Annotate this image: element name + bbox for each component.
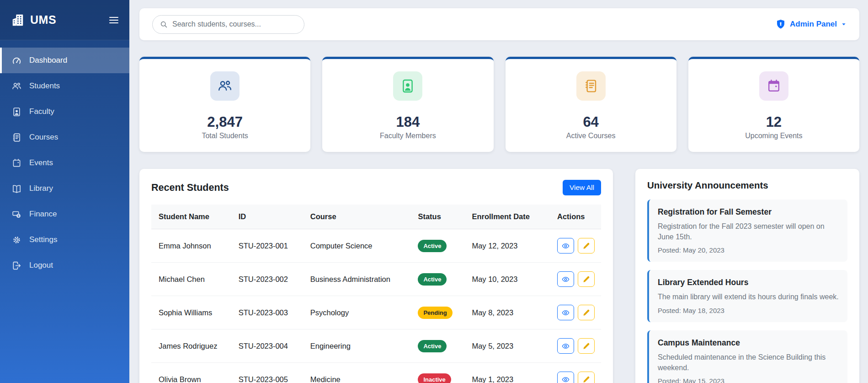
sidebar-item-events[interactable]: Events: [0, 150, 129, 176]
sidebar-item-label: Dashboard: [29, 56, 67, 65]
announcement-body: Scheduled maintenance in the Science Bui…: [658, 352, 839, 373]
announcement-posted: Posted: May 15, 2023: [658, 377, 839, 383]
stat-card-upcoming-events: 12 Upcoming Events: [688, 57, 859, 152]
admin-panel-dropdown[interactable]: Admin Panel: [776, 19, 847, 29]
column-header-actions: Actions: [551, 205, 601, 229]
people-icon: [12, 81, 21, 91]
sidebar-item-label: Students: [29, 81, 60, 91]
view-button[interactable]: [557, 271, 574, 287]
main-content: Admin Panel 2,847 Total Students: [129, 0, 868, 383]
sidebar: UMS Dashboard: [0, 0, 129, 383]
announcements-title: University Announcements: [647, 180, 847, 191]
person-badge-icon: [12, 107, 21, 117]
edit-button[interactable]: [578, 338, 595, 354]
sidebar-nav: Dashboard Students Faculty: [0, 40, 129, 278]
sidebar-item-logout[interactable]: Logout: [0, 253, 129, 278]
students-table: Student Name ID Course Status Enrollment…: [151, 205, 601, 383]
table-row: Olivia Brown STU-2023-005 Medicine Inact…: [151, 363, 601, 383]
sidebar-header: UMS: [0, 0, 129, 40]
menu-toggle-icon[interactable]: [109, 16, 118, 24]
sidebar-item-courses[interactable]: Courses: [0, 124, 129, 150]
journal-text-icon: [576, 71, 606, 101]
cell-enrollment-date: May 12, 2023: [465, 229, 551, 263]
recent-students-panel: Recent Students View All Student Name ID…: [139, 169, 613, 383]
cell-course: Business Administration: [304, 263, 412, 296]
sidebar-item-students[interactable]: Students: [0, 73, 129, 99]
recent-students-header: Recent Students View All: [151, 180, 601, 195]
table-row: Sophia Williams STU-2023-003 Psychology …: [151, 296, 601, 329]
stat-card-total-students: 2,847 Total Students: [139, 57, 310, 152]
status-badge: Active: [418, 340, 447, 352]
column-header-enrollment-date: Enrollment Date: [465, 205, 551, 229]
sidebar-item-label: Settings: [29, 235, 57, 244]
stat-value: 2,847: [207, 114, 243, 130]
search-input[interactable]: [172, 20, 297, 28]
announcement-title: Campus Maintenance: [658, 338, 839, 348]
status-badge: Active: [418, 240, 447, 252]
announcement-posted: Posted: May 18, 2023: [658, 307, 839, 314]
cell-student-id: STU-2023-002: [232, 263, 304, 296]
cell-enrollment-date: May 8, 2023: [465, 296, 551, 329]
edit-button[interactable]: [578, 238, 595, 254]
stat-label: Faculty Members: [380, 132, 436, 140]
speedometer-icon: [12, 56, 21, 65]
view-button[interactable]: [557, 305, 574, 320]
sidebar-item-faculty[interactable]: Faculty: [0, 99, 129, 124]
topbar: Admin Panel: [139, 8, 859, 40]
edit-button[interactable]: [578, 271, 595, 287]
cell-student-id: STU-2023-005: [232, 363, 304, 383]
cell-enrollment-date: May 5, 2023: [465, 329, 551, 363]
sidebar-item-settings[interactable]: Settings: [0, 227, 129, 253]
column-header-status: Status: [411, 205, 465, 229]
cell-student-name: Olivia Brown: [151, 363, 232, 383]
cell-student-name: Michael Chen: [151, 263, 232, 296]
stat-label: Upcoming Events: [745, 132, 802, 140]
cell-enrollment-date: May 1, 2023: [465, 363, 551, 383]
status-badge: Inactive: [418, 373, 451, 383]
announcement-card: Campus Maintenance Scheduled maintenance…: [647, 330, 847, 383]
admin-panel-label: Admin Panel: [790, 20, 837, 29]
cell-student-id: STU-2023-003: [232, 296, 304, 329]
stat-value: 12: [766, 114, 782, 130]
cell-student-name: Emma Johnson: [151, 229, 232, 263]
edit-button[interactable]: [578, 305, 595, 320]
sidebar-item-label: Events: [29, 158, 53, 167]
search-icon: [160, 21, 168, 28]
status-badge: Pending: [418, 307, 452, 319]
calendar-event-icon: [12, 158, 21, 168]
announcement-posted: Posted: May 20, 2023: [658, 246, 839, 254]
buildings-icon: [11, 13, 25, 27]
sidebar-item-dashboard[interactable]: Dashboard: [0, 48, 129, 73]
sidebar-item-label: Logout: [29, 261, 53, 270]
cell-course: Engineering: [304, 329, 412, 363]
view-button[interactable]: [557, 238, 574, 254]
sidebar-item-finance[interactable]: $ Finance: [0, 201, 129, 227]
gear-icon: [12, 235, 21, 245]
lower-panels: Recent Students View All Student Name ID…: [139, 169, 859, 383]
cell-course: Computer Science: [304, 229, 412, 263]
calendar-event-icon: [759, 71, 788, 101]
table-header-row: Student Name ID Course Status Enrollment…: [151, 205, 601, 229]
stat-value: 184: [396, 114, 420, 130]
stat-card-faculty-members: 184 Faculty Members: [322, 57, 493, 152]
sidebar-item-library[interactable]: Library: [0, 176, 129, 201]
sidebar-item-label: Courses: [29, 133, 58, 142]
column-header-student-name: Student Name: [151, 205, 232, 229]
person-badge-icon: [393, 71, 422, 101]
cash-coin-icon: $: [12, 210, 21, 219]
announcement-title: Library Extended Hours: [658, 278, 839, 287]
view-button[interactable]: [557, 338, 574, 354]
search-box: [152, 15, 304, 34]
view-all-button[interactable]: View All: [563, 180, 601, 195]
view-button[interactable]: [557, 372, 574, 383]
edit-button[interactable]: [578, 372, 595, 383]
stat-label: Total Students: [202, 132, 248, 140]
table-row: Michael Chen STU-2023-002 Business Admin…: [151, 263, 601, 296]
app-logo: UMS: [11, 13, 56, 27]
cell-course: Medicine: [304, 363, 412, 383]
cell-student-id: STU-2023-004: [232, 329, 304, 363]
cell-enrollment-date: May 10, 2023: [465, 263, 551, 296]
cell-student-name: James Rodriguez: [151, 329, 232, 363]
sidebar-item-label: Finance: [29, 210, 57, 219]
sidebar-item-label: Library: [29, 184, 53, 193]
